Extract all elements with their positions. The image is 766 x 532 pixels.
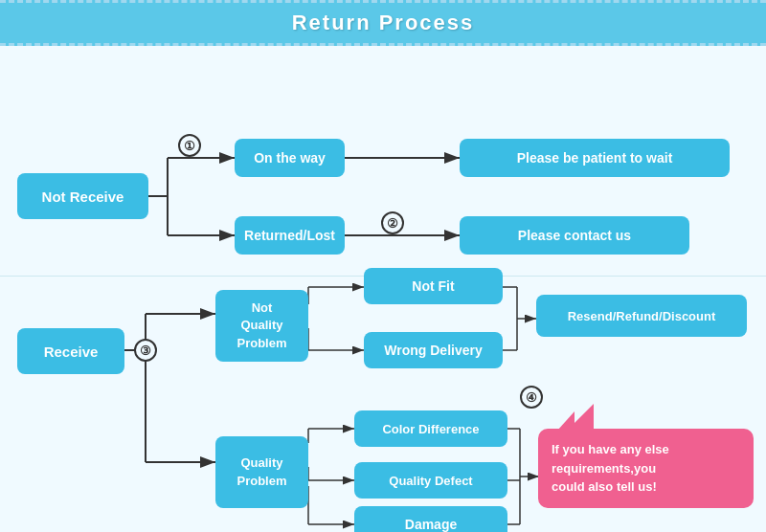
header: Return Process xyxy=(0,0,766,46)
please-contact-box: Please contact us xyxy=(460,216,689,255)
color-difference-box: Color Difference xyxy=(354,410,507,447)
circle-4: ④ xyxy=(520,386,543,409)
quality-defect-box: Quality Defect xyxy=(354,462,507,499)
main-content: Not Receive ① On the way Returned/Lost P… xyxy=(0,46,766,532)
receive-box: Receive xyxy=(17,328,124,374)
not-fit-box: Not Fit xyxy=(364,268,503,304)
not-receive-box: Not Receive xyxy=(17,173,148,219)
damage-box: Damage xyxy=(354,506,507,532)
please-wait-box: Please be patient to wait xyxy=(460,139,730,177)
not-quality-box: Not Quality Problem xyxy=(215,290,308,362)
speech-bubble: If you have any else requirements,you co… xyxy=(538,429,754,508)
quality-problem-box: Quality Problem xyxy=(215,436,308,508)
resend-box: Resend/Refund/Discount xyxy=(536,295,747,337)
on-the-way-box: On the way xyxy=(235,139,345,177)
circle-3: ③ xyxy=(134,339,157,362)
bubble-pointer xyxy=(565,404,594,432)
returned-lost-box: Returned/Lost xyxy=(235,216,345,255)
circle-2: ② xyxy=(381,211,404,234)
page-title: Return Process xyxy=(292,11,475,34)
circle-1: ① xyxy=(178,134,201,157)
wrong-delivery-box: Wrong Delivery xyxy=(364,332,503,368)
